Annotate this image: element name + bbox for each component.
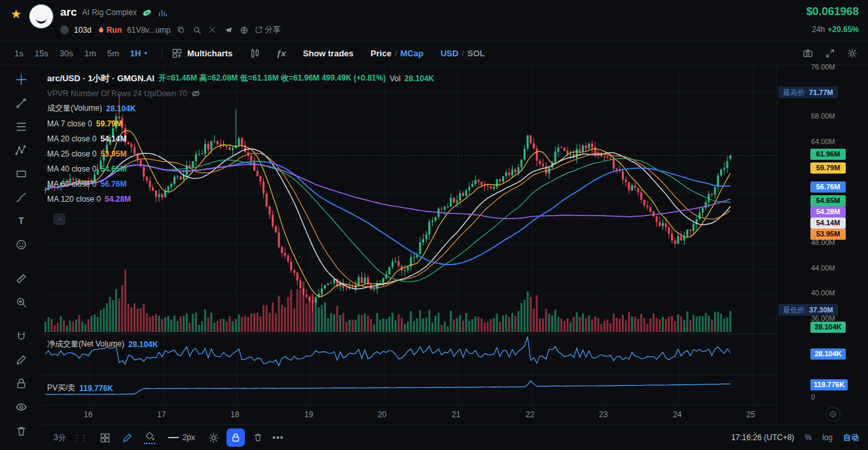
candle-style-button[interactable] (249, 48, 261, 59)
remove-drawings-trash-tool[interactable] (14, 424, 28, 438)
main-chart-pane[interactable]: arc/USD · 1小时 · GMGN.AI 开=61.46M 高=62.08… (42, 66, 776, 405)
percent-scale-button[interactable]: % (805, 433, 812, 442)
timeframe-1s[interactable]: 1s (14, 48, 24, 58)
ma60-row[interactable]: MA 60 close 056.76M (47, 176, 434, 191)
delete-drawing-button[interactable] (249, 428, 267, 447)
usd-option: USD (441, 48, 458, 58)
token-age: 103d (74, 26, 92, 35)
eye-off-icon[interactable] (191, 89, 200, 98)
trendline-tool[interactable] (14, 96, 28, 110)
creator-avatar (60, 26, 69, 34)
log-scale-button[interactable]: log (822, 433, 833, 442)
drawing-tools-rail: T (0, 66, 42, 450)
lock-drawings-tool[interactable] (14, 376, 28, 390)
website-globe-icon[interactable] (239, 25, 249, 35)
ma120-row[interactable]: MA 120 close 054.28M (47, 191, 434, 206)
brush-tool[interactable] (14, 190, 28, 204)
favorite-star-icon[interactable]: ★ (10, 8, 22, 20)
volume-value-badge: 28.104K (810, 322, 846, 333)
show-trades-button[interactable]: Show trades (303, 48, 353, 58)
time-axis[interactable]: 16 17 18 19 20 21 22 23 24 25 (42, 405, 776, 424)
ma7-row[interactable]: MA 7 close 059.79M (47, 116, 434, 131)
run-status: Run (97, 26, 122, 35)
layout-grid-button[interactable] (96, 428, 115, 447)
fullscreen-icon[interactable] (825, 48, 835, 58)
sol-option: SOL (467, 48, 485, 58)
price-tick-76m: 76.00M (811, 63, 835, 71)
search-icon[interactable] (192, 25, 202, 35)
indicators-button[interactable]: ƒx (276, 48, 285, 58)
ma40-value-badge: 54.65M (810, 195, 846, 206)
xabcd-pattern-tool[interactable] (14, 143, 28, 157)
more-options-icon[interactable]: ••• (272, 432, 284, 443)
usd-sol-toggle[interactable]: USD / SOL (441, 48, 485, 58)
token-symbol: arc (60, 6, 77, 19)
text-tool[interactable]: T (14, 214, 28, 228)
time-tick-23: 23 (599, 410, 607, 419)
price-tick-40m: 40.00M (811, 289, 835, 297)
ma40-row[interactable]: MA 40 close 054.65M (47, 161, 434, 176)
pv-legend[interactable]: PV买/卖 119.776K (47, 383, 113, 394)
pill-icon (142, 7, 153, 18)
time-tick-17: 17 (157, 410, 166, 419)
chart-legend: arc/USD · 1小时 · GMGN.AI 开=61.46M 高=62.08… (47, 71, 434, 206)
drag-handle-icon[interactable]: ⋮⋮ (73, 433, 87, 443)
pv-zero-tick: 0 (811, 393, 815, 401)
ruler-tool[interactable] (14, 271, 28, 286)
price-tick-44m: 44.00M (811, 264, 835, 272)
price-tick-68m: 68.00M (811, 112, 835, 120)
auto-scale-button[interactable]: 自动 (843, 432, 859, 443)
collapse-legend-button[interactable] (54, 214, 65, 225)
ma20-value-badge: 54.14M (810, 217, 846, 229)
net-volume-legend[interactable]: 净成交量(Net Volume) 28.104K (47, 339, 158, 350)
fib-retracement-tool[interactable] (14, 119, 28, 134)
timeframe-dropdown-icon[interactable]: ▾ (144, 50, 147, 56)
color-fill-button[interactable] (141, 428, 159, 447)
flame-icon (97, 26, 105, 34)
screenshot-camera-icon[interactable] (803, 48, 813, 58)
price-mcap-toggle[interactable]: Price / MCap (371, 48, 424, 58)
divider (162, 48, 162, 58)
hide-drawings-eye-tool[interactable] (14, 400, 28, 414)
emoji-tool[interactable] (14, 237, 28, 252)
crosshair-tool[interactable] (14, 72, 28, 86)
magnet-tool[interactable] (14, 329, 28, 343)
net-volume-value-badge: 28.104K (810, 348, 846, 360)
pv-value-badge: 119.776K (810, 379, 848, 390)
timeframe-5m[interactable]: 5m (107, 48, 119, 58)
clock-utc[interactable]: 17:16:26 (UTC+8) (731, 433, 794, 442)
ma25-row[interactable]: MA 25 close 053.95M (47, 146, 434, 161)
multicharts-button[interactable]: Multicharts (172, 48, 232, 59)
timeframe-1h-active[interactable]: 1H (130, 48, 141, 58)
x-twitter-icon[interactable] (208, 25, 218, 35)
drawing-mode-tool[interactable] (14, 352, 28, 367)
ma7-value-badge: 59.79M (810, 162, 846, 174)
shapes-rectangle-tool[interactable] (14, 166, 28, 181)
price-option: Price (371, 48, 391, 58)
telegram-icon[interactable] (223, 25, 234, 35)
ma20-row[interactable]: MA 20 close 054.14M (47, 131, 434, 146)
timeframe-1m[interactable]: 1m (84, 48, 96, 58)
interval-shortcut-label[interactable]: 3分 (54, 432, 66, 443)
time-tick-21: 21 (452, 410, 460, 419)
lock-drawing-button-active[interactable] (226, 428, 245, 447)
share-external-icon (255, 26, 263, 34)
scroll-to-realtime-button[interactable] (825, 407, 841, 422)
drawing-settings-gear-button[interactable] (204, 428, 223, 447)
bottom-toolbar: 3分 ⋮⋮ 2px ••• 17:16:26 (UTC+8) % log 自动 (42, 424, 868, 450)
copy-icon[interactable] (176, 25, 187, 35)
volume-indicator-row[interactable]: 成交量(Volume) 28.104K (47, 101, 434, 116)
svg-text:T: T (18, 216, 24, 226)
zoom-tool[interactable] (14, 295, 28, 309)
contract-address[interactable]: 61V8v...ump (127, 26, 170, 35)
share-button[interactable]: 分享 (255, 24, 281, 35)
timeframe-15s[interactable]: 15s (35, 48, 48, 58)
time-tick-18: 18 (230, 410, 239, 419)
draw-pencil-button[interactable] (118, 428, 137, 447)
vpvr-row[interactable]: VPVR Number Of Rows 24 Up/Down 70 (47, 86, 434, 101)
chart-settings-gear-icon[interactable] (847, 48, 858, 58)
timeframe-30s[interactable]: 30s (60, 48, 73, 58)
header: ★ arc AI Rig Complex 103d Run 61V8v...um… (0, 0, 868, 41)
price-axis[interactable]: 76.00M 68.00M 64.00M 48.00M 44.00M 40.00… (776, 66, 868, 424)
line-width-selector[interactable]: 2px (168, 433, 195, 442)
